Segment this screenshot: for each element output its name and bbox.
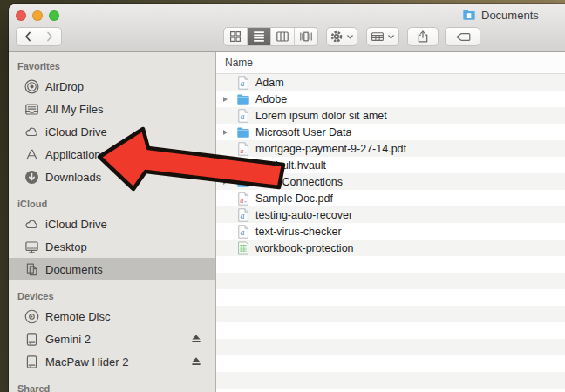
close-button[interactable] bbox=[16, 10, 26, 21]
file-name: mortgage-payment-9-27-14.pdf bbox=[255, 143, 406, 155]
sheet-icon bbox=[236, 241, 250, 255]
file-row[interactable]: Sample Doc.pdf bbox=[216, 190, 565, 206]
sidebar-section-header: Shared bbox=[9, 380, 215, 392]
sidebar-item-label: MacPaw Hider 2 bbox=[45, 355, 128, 368]
file-row[interactable]: text-virus-checker bbox=[216, 223, 565, 240]
titlebar[interactable]: Documents bbox=[9, 4, 565, 52]
file-row[interactable]: Adobe bbox=[216, 91, 565, 107]
file-row[interactable]: Lorem ipsum dolor sit amet bbox=[216, 107, 565, 124]
airdrop-icon bbox=[24, 79, 39, 94]
tag-icon bbox=[454, 30, 472, 44]
tag-button[interactable] bbox=[445, 27, 480, 46]
sidebar-item-gemini-2[interactable]: Gemini 2 bbox=[9, 328, 215, 350]
sidebar-item-label: Gemini 2 bbox=[45, 333, 91, 346]
textdoc-icon bbox=[236, 109, 250, 123]
drive-icon bbox=[24, 332, 39, 347]
applications-icon bbox=[24, 147, 39, 162]
file-row[interactable]: mortgage-payment-9-27-14.pdf bbox=[216, 140, 565, 157]
list-view-icon bbox=[252, 30, 266, 44]
column-header-label: Name bbox=[225, 57, 253, 69]
sidebar-item-all-my-files[interactable]: All My Files bbox=[9, 98, 215, 120]
folder-icon bbox=[236, 92, 250, 106]
arrange-grid-icon bbox=[371, 30, 385, 44]
back-button[interactable] bbox=[16, 27, 39, 46]
sidebar-item-label: Desktop bbox=[45, 240, 87, 253]
sidebar-item-desktop[interactable]: Desktop bbox=[9, 235, 215, 258]
sidebar-item-airdrop[interactable]: AirDrop bbox=[9, 75, 215, 98]
file-row[interactable]: testing-auto-recover bbox=[216, 206, 565, 223]
sidebar-section-header: Devices bbox=[9, 287, 215, 305]
textdoc-icon bbox=[236, 76, 250, 90]
window-content: FavoritesAirDropAll My FilesiCloud Drive… bbox=[9, 52, 565, 392]
desktop-icon bbox=[24, 240, 39, 254]
sidebar-item-remote-disc[interactable]: Remote Disc bbox=[9, 305, 215, 328]
sidebar-item-downloads[interactable]: Downloads bbox=[9, 166, 215, 188]
file-list: AdamAdobeLorem ipsum dolor sit ametMicro… bbox=[216, 74, 565, 392]
sidebar-section-header: Favorites bbox=[9, 57, 215, 75]
forward-button[interactable] bbox=[38, 27, 62, 46]
sidebar-item-label: iCloud Drive bbox=[45, 125, 107, 139]
folder-icon bbox=[236, 175, 250, 189]
action-menu-button[interactable] bbox=[326, 27, 357, 46]
file-name: testing-auto-recover bbox=[255, 209, 352, 221]
disclosure-triangle[interactable] bbox=[223, 130, 236, 135]
file-name: RDC Connections bbox=[255, 176, 343, 188]
file-row[interactable]: RDC Connections bbox=[216, 173, 565, 190]
sidebar-section-devices: DevicesRemote DiscGemini 2MacPaw Hider 2 bbox=[9, 287, 215, 373]
chevron-down-icon bbox=[346, 33, 354, 41]
documents-icon bbox=[24, 262, 39, 277]
file-row[interactable]: Microsoft User Data bbox=[216, 124, 565, 140]
drive-icon bbox=[24, 355, 39, 369]
sidebar-item-macpaw-hider-2[interactable]: MacPaw Hider 2 bbox=[9, 350, 215, 373]
chevron-left-icon bbox=[23, 30, 33, 43]
file-row[interactable]: Adam bbox=[216, 74, 565, 91]
file-name: Microsoft User Data bbox=[255, 126, 351, 139]
pdf-icon bbox=[236, 142, 250, 156]
minimize-button[interactable] bbox=[32, 10, 43, 21]
file-row[interactable]: MyVault.hvault bbox=[216, 157, 565, 173]
zoom-button[interactable] bbox=[49, 10, 59, 21]
sidebar-item-label: Documents bbox=[45, 263, 103, 276]
sidebar-item-label: Applications bbox=[45, 148, 106, 161]
disclosure-triangle[interactable] bbox=[223, 97, 236, 102]
folder-icon bbox=[236, 125, 250, 139]
sidebar-item-label: Downloads bbox=[45, 171, 101, 184]
cloud-icon bbox=[24, 125, 39, 139]
sidebar-item-icloud-drive[interactable]: iCloud Drive bbox=[9, 213, 215, 235]
sidebar-item-documents[interactable]: Documents bbox=[9, 258, 215, 280]
file-row[interactable]: workbook-protection bbox=[216, 240, 565, 256]
column-view-button[interactable] bbox=[270, 28, 294, 45]
traffic-lights bbox=[16, 10, 59, 21]
sidebar-item-icloud-drive[interactable]: iCloud Drive bbox=[9, 120, 215, 143]
file-list-pane: Name AdamAdobeLorem ipsum dolor sit amet… bbox=[216, 52, 565, 392]
share-icon bbox=[416, 30, 430, 44]
share-button[interactable] bbox=[407, 27, 439, 46]
sidebar-item-label: Remote Disc bbox=[45, 310, 110, 323]
chevron-down-icon bbox=[387, 33, 395, 41]
column-view-icon bbox=[276, 30, 289, 44]
allmyfiles-icon bbox=[24, 102, 39, 117]
disclosure-triangle[interactable] bbox=[223, 179, 236, 185]
coverflow-view-button[interactable] bbox=[294, 28, 317, 45]
sidebar-item-label: AirDrop bbox=[45, 80, 84, 93]
window-title: Documents bbox=[462, 8, 539, 22]
list-view-button[interactable] bbox=[247, 28, 270, 45]
cloud-icon bbox=[24, 217, 39, 232]
icon-view-button[interactable] bbox=[224, 28, 247, 45]
coverflow-view-icon bbox=[299, 30, 313, 44]
file-name: Adam bbox=[255, 77, 284, 89]
disc-icon bbox=[24, 309, 39, 324]
gear-icon bbox=[330, 30, 344, 44]
eject-icon[interactable] bbox=[191, 334, 201, 344]
sidebar-item-applications[interactable]: Applications bbox=[9, 143, 215, 166]
sidebar-section-header: iCloud bbox=[9, 195, 215, 213]
arrange-menu-button[interactable] bbox=[366, 27, 399, 46]
file-name: MyVault.hvault bbox=[255, 159, 326, 172]
column-header-name[interactable]: Name bbox=[216, 52, 565, 74]
sidebar-item-label: iCloud Drive bbox=[45, 218, 107, 231]
eject-icon[interactable] bbox=[191, 356, 201, 367]
file-name: Lorem ipsum dolor sit amet bbox=[255, 110, 387, 122]
file-name: Adobe bbox=[255, 93, 287, 105]
sidebar-section-shared: Shared bbox=[9, 380, 215, 392]
sidebar-item-label: All My Files bbox=[45, 103, 103, 116]
